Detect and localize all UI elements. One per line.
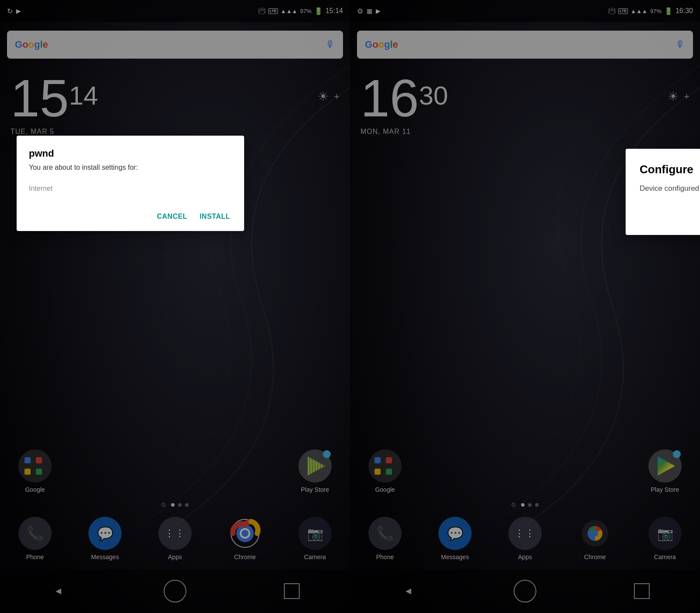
dialog-overlay-left: pwnd You are about to install settings f… <box>0 0 350 613</box>
cancel-button[interactable]: CANCEL <box>155 209 189 224</box>
dialog-subtitle: You are about to install settings for: <box>29 164 232 172</box>
dialog-item: Internet <box>29 185 232 193</box>
configure-dialog-text: Device configured <box>640 184 700 193</box>
install-button[interactable]: INSTALL <box>198 209 232 224</box>
right-screen: ⚙ ▦ ▶ 📳 LTE ▲▲▲ 97% 🔋 16:30 Google 🎙 16 … <box>350 0 700 613</box>
configure-dialog-overlay: Configure Device configured OK <box>350 0 700 613</box>
dialog-title: pwnd <box>29 148 232 159</box>
pwnd-dialog: pwnd You are about to install settings f… <box>17 136 244 231</box>
configure-dialog-title: Configure <box>640 163 700 176</box>
configure-dialog: Configure Device configured OK <box>626 149 700 235</box>
configure-dialog-buttons: OK <box>640 210 700 226</box>
dialog-buttons: CANCEL INSTALL <box>29 206 232 224</box>
left-screen: ↻ ▶ 📳 LTE ▲▲▲ 97% 🔋 15:14 Google 🎙 15 14… <box>0 0 350 613</box>
